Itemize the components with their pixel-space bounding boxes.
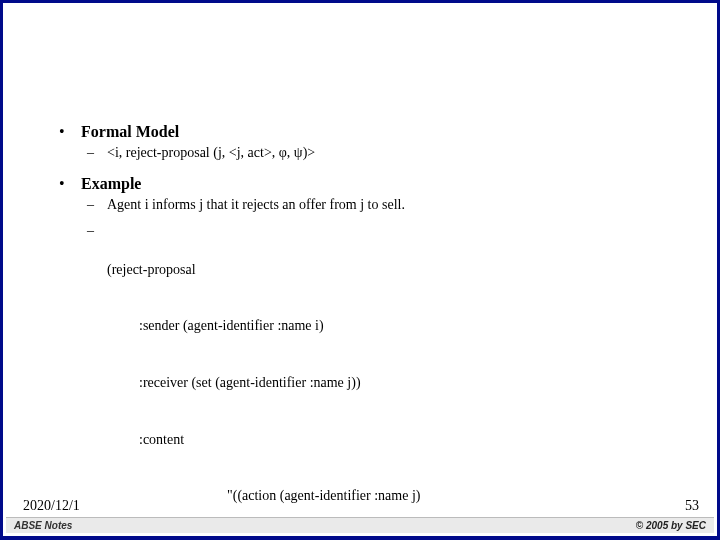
- code-line-0: (reject-proposal: [107, 261, 667, 280]
- footer-date: 2020/12/1: [23, 498, 80, 514]
- footer-bar: ABSE Notes © 2005 by SEC: [6, 517, 714, 533]
- code-line-2: :receiver (set (agent-identifier :name j…: [107, 374, 667, 393]
- formal-model-items: <i, reject-proposal (j, <j, act>, φ, ψ)>: [81, 145, 667, 161]
- example-description: Agent i informs j that it rejects an off…: [81, 197, 667, 213]
- footer-left-label: ABSE Notes: [14, 520, 72, 531]
- section-formal-model: Formal Model <i, reject-proposal (j, <j,…: [53, 123, 667, 161]
- code-line-1: :sender (agent-identifier :name i): [107, 317, 667, 336]
- heading-example: Example: [81, 175, 141, 192]
- slide-frame: Formal Model <i, reject-proposal (j, <j,…: [0, 0, 720, 540]
- code-line-4: "((action (agent-identifier :name j): [107, 487, 667, 506]
- code-block: (reject-proposal :sender (agent-identifi…: [107, 223, 667, 540]
- example-items: Agent i informs j that it rejects an off…: [81, 197, 667, 540]
- heading-formal-model: Formal Model: [81, 123, 179, 140]
- section-example: Example Agent i informs j that it reject…: [53, 175, 667, 540]
- formal-model-expression: <i, reject-proposal (j, <j, act>, φ, ψ)>: [81, 145, 667, 161]
- footer-right-label: © 2005 by SEC: [636, 520, 706, 531]
- slide-content: Formal Model <i, reject-proposal (j, <j,…: [53, 123, 667, 540]
- example-code: (reject-proposal :sender (agent-identifi…: [81, 223, 667, 540]
- footer-page-number: 53: [685, 498, 699, 514]
- bullet-list-level1: Formal Model <i, reject-proposal (j, <j,…: [53, 123, 667, 540]
- code-line-3: :content: [107, 431, 667, 450]
